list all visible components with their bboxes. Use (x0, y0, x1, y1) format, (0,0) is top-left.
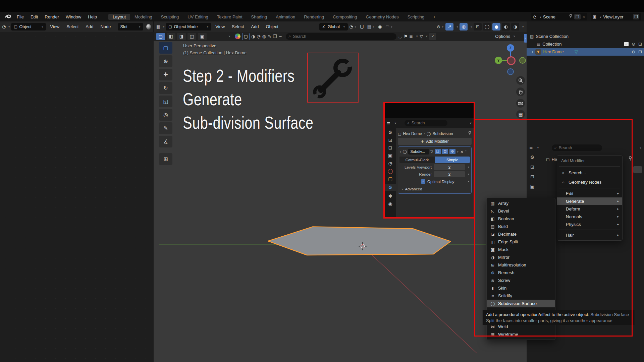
transform-orientation-dropdown[interactable]: ∠ Global ∨ (319, 23, 348, 31)
shading-solid-button[interactable]: ● (492, 23, 500, 31)
tab-rendering[interactable]: Rendering (300, 14, 328, 20)
menu-item-hair[interactable]: Hair ▸ (557, 231, 622, 239)
arc-icon[interactable]: ◡ (398, 34, 402, 39)
submenu-item-mask[interactable]: ◙Mask (487, 246, 555, 253)
tab-shading[interactable]: Shading (247, 14, 272, 20)
select-box-tool[interactable]: ▢ (159, 42, 172, 54)
bookmark-icon[interactable]: ⚑ (404, 34, 408, 39)
submenu-item-remesh[interactable]: ⊕Remesh (487, 269, 555, 277)
menu-select[interactable]: Select (63, 24, 82, 29)
overlays-toggle[interactable]: ◎ (460, 23, 468, 31)
submenu-item-array[interactable]: ▥Array (487, 199, 555, 207)
toggle-editmode-icon[interactable]: ❐ (435, 149, 441, 154)
filter-funnel-icon[interactable]: ▽ (420, 35, 423, 39)
menu-object[interactable]: Object (263, 24, 281, 29)
add-modifier-button[interactable]: + Add Modifier (398, 138, 472, 145)
move-tool[interactable]: ✚ (159, 69, 172, 80)
tab-texture-paint[interactable]: Texture Paint (213, 14, 247, 20)
add-workspace-button[interactable]: + (429, 14, 440, 20)
simple-button[interactable]: Simple (435, 157, 470, 163)
properties-search-input[interactable]: ⌕ Search (405, 120, 447, 126)
chevron-down-icon[interactable]: ∨ (228, 35, 230, 38)
select-mode-extend-button[interactable]: ◧ (167, 33, 175, 40)
menu-node[interactable]: Node (97, 24, 114, 29)
submenu-item-skin[interactable]: ◖Skin (487, 284, 555, 292)
tab-animation[interactable]: Animation (271, 14, 300, 20)
tab-scene-icon[interactable]: ◔ (388, 161, 392, 166)
tab-world-icon[interactable]: ◯ (388, 169, 393, 173)
shading-ball-icon[interactable]: ◑ (251, 34, 255, 39)
menu-item-physics[interactable]: Physics ▸ (557, 221, 622, 228)
xray-toggle[interactable]: ⊡ (474, 23, 482, 31)
animate-dot-icon[interactable]: • (467, 173, 470, 176)
rotate-tool[interactable]: ↻ (159, 82, 172, 94)
tab-modeling[interactable]: Modeling (130, 14, 157, 20)
optimal-display-checkbox[interactable]: ✓ (421, 179, 425, 184)
submenu-item-screw[interactable]: ≋Screw (487, 277, 555, 284)
animate-dot-icon[interactable]: • (467, 180, 470, 183)
tab-physics-icon[interactable]: ◉ (388, 201, 392, 206)
menu-item-generate[interactable]: Generate ▸ (557, 197, 622, 205)
toggle-realtime-icon[interactable]: ⊡ (442, 149, 448, 154)
tab-modifiers-icon[interactable]: ⚙ (385, 184, 396, 191)
submenu-item-decimate[interactable]: ◪Decimate (487, 230, 555, 238)
pan-button[interactable] (516, 87, 525, 96)
orthographic-grid-button[interactable]: ▦ (516, 110, 525, 119)
catmull-clark-button[interactable]: Catmull-Clark (399, 157, 435, 163)
expander-icon[interactable]: › (532, 50, 533, 54)
pages-icon[interactable]: ❐ (273, 34, 277, 39)
viewlayer-selector[interactable]: ▣ ∨ ViewLayer ❐ (591, 13, 641, 20)
zoom-button[interactable] (516, 76, 525, 85)
animate-dot-icon[interactable]: • (467, 166, 470, 169)
select-mode-intersect-button[interactable]: ▣ (198, 33, 207, 40)
active-tool-tab-icon[interactable]: ▢ (242, 33, 250, 40)
delete-scene-icon[interactable]: × (582, 15, 585, 19)
exclude-checkbox[interactable]: ✓ (624, 42, 629, 46)
menu-view[interactable]: View (212, 24, 228, 29)
select-mode-new-button[interactable]: ▢ (156, 33, 165, 40)
camera-view-button[interactable] (516, 99, 525, 108)
menu-window[interactable]: Window (62, 14, 85, 19)
advanced-section-toggle[interactable]: Advanced (405, 187, 422, 191)
tab-particles-icon[interactable]: ✱ (388, 194, 392, 198)
menu-item-geometry-nodes[interactable]: ∴ Geometry Nodes (557, 177, 622, 187)
gizmo-toggle[interactable]: ↗ (445, 23, 453, 31)
gizmo-x-neg-axis[interactable] (519, 57, 526, 64)
curve-icon[interactable]: ∽ (278, 34, 282, 39)
eye-icon[interactable]: ⊙ (632, 50, 635, 54)
snap-magnet-toggle[interactable]: ⋃ (358, 23, 366, 31)
new-scene-icon[interactable]: ❐ (574, 14, 581, 19)
menu-help[interactable]: Help (85, 14, 100, 19)
tree-display-icon[interactable]: ≡ (409, 34, 413, 39)
pin-icon[interactable] (569, 14, 573, 19)
tab-layout[interactable]: Layout (108, 14, 130, 20)
submenu-item-wireframe[interactable]: ▦Wireframe (487, 330, 555, 338)
mode-dropdown[interactable]: ▢ Object Mode ∨ (166, 23, 211, 31)
drag-handle-icon[interactable]: ∷ (465, 150, 467, 153)
shield-check-icon[interactable]: ✓ (429, 33, 436, 40)
tab-tool-icon[interactable]: ⚙ (388, 130, 392, 135)
properties-search-input[interactable]: ⌕ Search (552, 144, 602, 151)
submenu-item-subdivision-surface[interactable]: ◯Subdivision Surface (487, 300, 555, 307)
menu-item-deform[interactable]: Deform ▸ (557, 205, 622, 213)
eye-icon[interactable]: ⊙ (632, 42, 635, 46)
tab-viewlayer-icon[interactable]: ▣ (388, 153, 392, 158)
snap-dropdown[interactable]: ◔∨ (349, 23, 357, 31)
editor-type-icon[interactable]: ▦ (156, 24, 160, 29)
snap-target-dropdown[interactable]: ▤∨ (367, 23, 375, 31)
submenu-item-edge-split[interactable]: ◫Edge Split (487, 238, 555, 246)
tab-compositing[interactable]: Compositing (328, 14, 361, 20)
fluid-drop-icon[interactable]: ◔ (257, 34, 260, 39)
tab-scripting[interactable]: Scripting (403, 14, 429, 20)
tab-output-icon[interactable]: ⊟ (530, 174, 534, 179)
submenu-item-multiresolution[interactable]: ⊞Multiresolution (487, 261, 555, 269)
menu-file[interactable]: File (13, 14, 27, 19)
shading-wireframe-button[interactable]: ◯ (483, 23, 491, 31)
menu-add[interactable]: Add (248, 24, 262, 29)
add-cube-tool[interactable]: ⊞ (159, 153, 172, 165)
shading-rendered-button[interactable]: ◑ (511, 23, 519, 31)
chevron-down-icon[interactable]: ∨ (470, 122, 472, 125)
collapse-chevron-icon[interactable]: ∨ (399, 150, 401, 153)
node-editor-body[interactable] (0, 32, 154, 362)
select-mode-subtract-button[interactable]: ◨ (177, 33, 186, 40)
